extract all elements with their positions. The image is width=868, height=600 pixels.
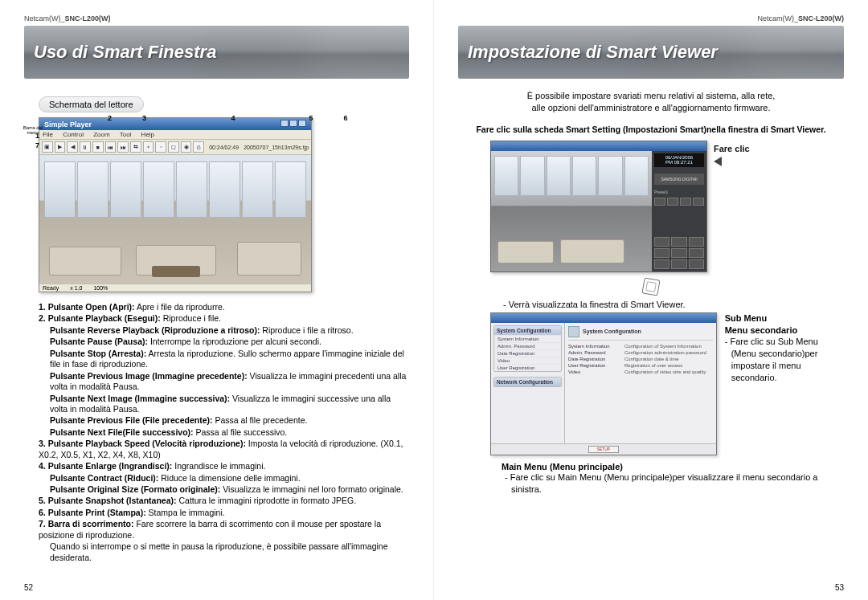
mainmenu-explain: Main Menu (Menu principale) - Fare clic … — [502, 462, 844, 496]
speed-icon: ⇆ — [130, 141, 141, 153]
instruction-bold: Fare clic sulla scheda Smart Setting (Im… — [465, 124, 837, 134]
config-side-item: System Information — [494, 335, 561, 342]
page-header-right: Netcam(W)_SNC-L200(W) — [458, 14, 844, 22]
mainmenu-hd: Main Menu (Menu principale) — [502, 462, 844, 471]
header-prefix: Netcam(W)_ — [24, 14, 65, 22]
snapshot-icon: ◉ — [181, 141, 192, 153]
page-number-right: 53 — [835, 583, 844, 592]
gear-icon — [568, 326, 579, 337]
callout-side-numbers: 1 7 — [35, 132, 39, 150]
header-prefix-r: Netcam(W)_ — [757, 14, 798, 22]
config-row: System InformationConfiguration of Syste… — [568, 343, 713, 349]
desc-item: Pulsante Previous File (File precedente)… — [50, 415, 409, 426]
config-titlebar — [491, 313, 716, 323]
menu-help: Help — [141, 131, 154, 138]
reduce-icon: － — [155, 141, 166, 153]
callout-top-numbers: 2 3 4 5 6 — [108, 114, 357, 122]
step-symbol-icon — [641, 277, 660, 296]
player-time: 00:24/02:49 — [209, 145, 239, 150]
desc-item: Pulsante Contract (Riduci): Riduce la di… — [50, 473, 409, 484]
submenu-li: - Fare clic su Sub Menu (Menu secondario… — [731, 336, 844, 383]
player-video-area — [39, 155, 311, 284]
desc-item: Pulsante Next Image (Immagine successiva… — [50, 394, 409, 415]
config-row: Date RegistrationConfiguration date & ti… — [568, 356, 713, 362]
prev-img-icon: ⏮ — [105, 141, 117, 153]
desc-item: Quando si interrompe o si mette in pausa… — [50, 541, 409, 563]
menu-zoom: Zoom — [93, 131, 109, 138]
config-row: User RegistrationRegistration of user ac… — [568, 362, 713, 369]
config-window: System Configuration System InformationA… — [490, 312, 717, 455]
config-side-item: Date Registration — [494, 349, 561, 357]
viewer-titlebar — [491, 141, 706, 151]
player-statusbar: Ready x 1.0 100% — [39, 284, 311, 292]
config-side-group-network: Network Configuration — [493, 377, 562, 387]
intro-text: È possibile impostare svariati menu rela… — [458, 85, 844, 123]
header-model: SNC-L200(W) — [65, 14, 111, 22]
side-group1-header: System Configuration — [494, 326, 561, 335]
mainmenu-li: - Fare clic su Main Menu (Menu principal… — [511, 471, 844, 496]
player-title-text: Simple Player — [44, 120, 92, 129]
config-row: Admin. PasswordConfiguration administrat… — [568, 349, 713, 356]
config-main-panel: System Configuration System InformationC… — [565, 323, 716, 443]
config-row: VideoConfiguration of video size and qua… — [568, 369, 713, 375]
submenu-explain: Sub Menu Menu secondario - Fare clic su … — [725, 312, 844, 384]
page-left: Netcam(W)_SNC-L200(W) Uso di Smart Fines… — [0, 0, 434, 600]
desc-item: 6. Pulsante Print (Stampa): Stampa le im… — [39, 508, 409, 518]
menu-tool: Tool — [120, 131, 132, 138]
print-icon: ⎙ — [193, 141, 204, 153]
setup-button: SETUP — [588, 446, 619, 453]
viewer-presets — [654, 198, 704, 206]
banner-left: Uso di Smart Finestra — [24, 26, 409, 79]
viewer-video — [491, 151, 652, 271]
desc-item: Pulsante Pause (Pausa): Interrompe la ri… — [50, 337, 409, 347]
config-side-item: User Registration — [494, 364, 561, 371]
fare-clic-label: Fare clic — [714, 144, 750, 153]
page-header-left: Netcam(W)_SNC-L200(W) — [24, 14, 409, 22]
config-side-item: Admin. Password — [494, 342, 561, 349]
side-group2-header: Network Configuration — [494, 378, 561, 386]
viewer-result-note: - Verrà visualizzata la finestra di Smar… — [503, 300, 844, 309]
status-zoom: x 1.0 — [70, 285, 82, 291]
viewer-control-panel: 06/JAN/2006 PM 08:27:21 SAMSUNG DIGITAll… — [652, 151, 706, 271]
player-filename: 20050707_15h13m29s.tjp — [244, 145, 309, 150]
smart-viewer-window: 06/JAN/2006 PM 08:27:21 SAMSUNG DIGITAll… — [490, 141, 707, 272]
page-number-left: 52 — [24, 583, 33, 592]
stop-icon: ■ — [92, 141, 104, 153]
barra-label: Barra del menu — [21, 125, 45, 135]
submenu-hd1: Sub Menu — [725, 312, 844, 324]
menu-control: Control — [63, 131, 84, 138]
page-right: Netcam(W)_SNC-L200(W) Impostazione di Sm… — [434, 0, 868, 600]
viewer-preset-label: Preset1 — [654, 190, 704, 194]
simple-player-window: Simple Player File Control Zoom Tool Hel… — [39, 117, 312, 292]
config-footer: SETUP — [491, 443, 716, 455]
config-figure-row: System Configuration System InformationA… — [490, 312, 844, 455]
open-icon: ▣ — [42, 141, 53, 153]
desc-item: Pulsante Next File(File successivo): Pas… — [50, 427, 409, 438]
desc-item: Pulsante Reverse Playback (Riproduzione … — [50, 325, 409, 336]
status-ready: Ready — [43, 285, 59, 291]
arrow-left-icon — [714, 157, 722, 166]
config-side-item: Video — [494, 357, 561, 364]
config-side-group-system: System Configuration System InformationA… — [493, 325, 562, 372]
description-list: 1. Pulsante Open (Apri): Apre i file da … — [39, 302, 409, 563]
config-sidebar: System Configuration System InformationA… — [491, 323, 565, 443]
desc-item: 5. Pulsante Snapshot (Istantanea): Cattu… — [39, 496, 409, 506]
desc-item: 2. Pulsante Playback (Esegui): Riproduce… — [39, 313, 409, 324]
banner-right: Impostazione di Smart Viewer — [458, 26, 844, 79]
enlarge-icon: ＋ — [143, 141, 154, 153]
desc-item: 3. Pulsante Playback Speed (Velocità rip… — [39, 439, 409, 460]
orig-icon: ◻ — [168, 141, 179, 153]
player-figure: 2 3 4 5 6 Barra del menu 1 7 Simple Play… — [39, 117, 409, 292]
desc-item: Pulsante Stop (Arresta): Arresta la ripr… — [50, 349, 409, 370]
desc-item: Pulsante Original Size (Formato original… — [50, 484, 409, 495]
viewer-figure-row: 06/JAN/2006 PM 08:27:21 SAMSUNG DIGITAll… — [490, 141, 844, 272]
pause-icon: ⏸ — [80, 141, 91, 153]
rev-icon: ◀ — [67, 141, 78, 153]
viewer-brand: SAMSUNG DIGITAll — [654, 173, 704, 185]
config-main-header: System Configuration — [568, 326, 713, 341]
viewer-date: 06/JAN/2006 PM 08:27:21 — [654, 153, 704, 167]
desc-item: Pulsante Previous Image (Immagine preced… — [50, 371, 409, 393]
desc-item: 4. Pulsante Enlarge (Ingrandisci): Ingra… — [39, 461, 409, 471]
player-menubar: File Control Zoom Tool Help — [39, 130, 311, 140]
submenu-hd2: Menu secondario — [725, 324, 844, 337]
